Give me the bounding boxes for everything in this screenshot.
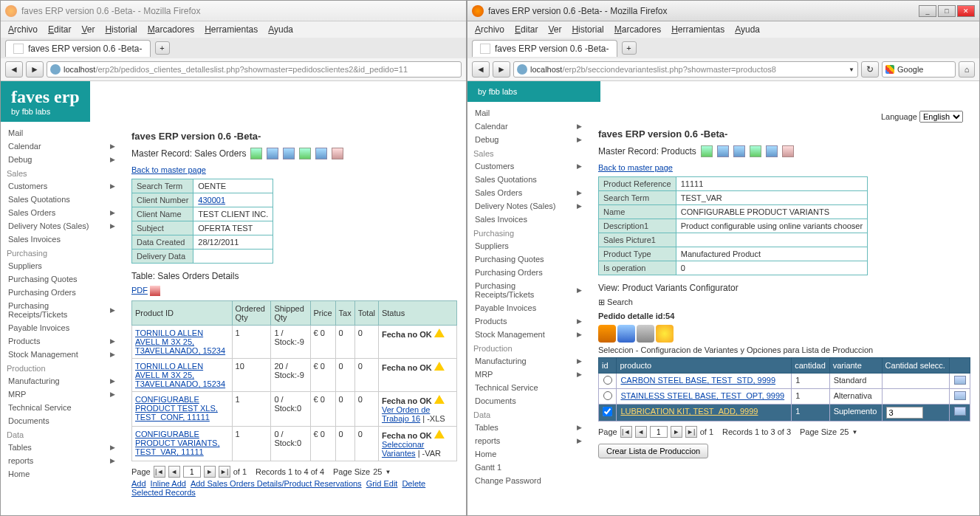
menu-ver[interactable]: Ver	[548, 24, 561, 35]
reload-button[interactable]: ↻	[861, 61, 879, 78]
product-link[interactable]: STAINLESS STEEL BASE, TEST_OPT, 9999	[620, 391, 784, 400]
product-link[interactable]: TORNILLO ALLEN AVELL M 3X 25, T3AVELLANA…	[135, 362, 225, 388]
icon-print[interactable]	[766, 145, 778, 157]
sidebar-item-products[interactable]: Products▶	[4, 334, 120, 348]
pager-page-input[interactable]	[650, 426, 668, 438]
column-header[interactable]: variante	[829, 358, 882, 374]
row-action-icon[interactable]	[954, 391, 966, 400]
sidebar-item-sales-invoices[interactable]: Sales Invoices	[470, 213, 586, 226]
pager-last[interactable]: ►|	[219, 466, 230, 478]
product-link[interactable]: CONFIGURABLE PRODUCT TEST XLS, TEST_CONF…	[135, 395, 218, 422]
browser-tab[interactable]: faves ERP version 0.6 -Beta-	[472, 40, 617, 57]
language-select[interactable]: English	[919, 111, 963, 123]
column-header[interactable]: Ordered Qty	[232, 301, 271, 326]
sidebar-item-sales-quotations[interactable]: Sales Quotations	[4, 193, 120, 206]
sidebar-item-debug[interactable]: Debug▶	[4, 153, 120, 166]
url-bar[interactable]: localhost/erp2b/pedidos_clientes_detalle…	[47, 61, 462, 78]
sidebar-item-manufacturing[interactable]: Manufacturing▶	[470, 354, 586, 368]
sidebar-item-debug[interactable]: Debug▶	[470, 133, 586, 146]
row-action-icon[interactable]	[954, 407, 966, 416]
icon-excel[interactable]	[250, 148, 262, 159]
action-inline-add[interactable]: Inline Add	[151, 479, 186, 488]
expand-icon[interactable]: ⊞	[598, 297, 605, 306]
pager-next[interactable]: ►	[671, 426, 682, 438]
icon-csv[interactable]	[750, 145, 761, 157]
menu-historial[interactable]: Historial	[572, 24, 603, 35]
sidebar-item-reports[interactable]: reports▶	[4, 454, 120, 467]
pager-pagesize-value[interactable]: 25	[840, 427, 849, 436]
column-header[interactable]: producto	[617, 358, 792, 374]
url-bar[interactable]: localhost/erp2b/secciondevarianteslist.p…	[513, 61, 858, 78]
pager-first[interactable]: |◄	[154, 466, 165, 478]
icon-print[interactable]	[315, 148, 327, 159]
back-button[interactable]: ◄	[5, 61, 23, 78]
sidebar-item-mail[interactable]: Mail	[4, 126, 120, 140]
forward-button[interactable]: ►	[493, 61, 510, 78]
sidebar-item-gantt-[interactable]: Gantt 1	[470, 461, 586, 474]
search-section[interactable]: Search	[607, 297, 633, 306]
pager-first[interactable]: |◄	[620, 426, 632, 438]
sidebar-item-sales-quotations[interactable]: Sales Quotations	[470, 173, 586, 186]
sidebar-item-delivery-notes-sales-[interactable]: Delivery Notes (Sales)▶	[4, 219, 120, 233]
sidebar-item-purchasing-orders[interactable]: Purchasing Orders	[4, 286, 120, 299]
icon-mail[interactable]	[782, 145, 794, 157]
icon-csv[interactable]	[299, 148, 311, 159]
search-box[interactable]: Google	[882, 61, 956, 78]
sidebar-item-manufacturing[interactable]: Manufacturing▶	[4, 374, 120, 388]
menu-historial[interactable]: Historial	[105, 24, 137, 35]
icon-word[interactable]	[267, 148, 278, 159]
new-tab-button[interactable]: +	[622, 41, 637, 55]
icon-xml[interactable]	[733, 145, 745, 157]
sidebar-item-payable-invoices[interactable]: Payable Invoices	[470, 301, 586, 314]
sidebar-item-purchasing-quotes[interactable]: Purchasing Quotes	[4, 272, 120, 286]
pager-pagesize-value[interactable]: 25	[373, 467, 382, 476]
sidebar-item-suppliers[interactable]: Suppliers	[470, 239, 586, 252]
wrench-icon[interactable]	[637, 325, 654, 343]
back-button[interactable]: ◄	[472, 61, 490, 78]
sidebar-item-sales-orders[interactable]: Sales Orders▶	[4, 206, 120, 219]
sidebar-item-payable-invoices[interactable]: Payable Invoices	[4, 321, 120, 334]
pager-prev[interactable]: ◄	[635, 426, 647, 438]
sidebar-item-purchasing-quotes[interactable]: Purchasing Quotes	[470, 252, 586, 266]
close-button[interactable]: ✕	[957, 5, 975, 17]
cantidad-input[interactable]	[886, 407, 923, 419]
bulb-icon[interactable]	[656, 325, 674, 343]
column-header[interactable]: Shipped Qty	[271, 301, 310, 326]
menu-marcadores[interactable]: Marcadores	[148, 24, 194, 35]
sidebar-item-products[interactable]: Products▶	[470, 314, 586, 328]
sidebar-item-purchasing-receipts-tickets[interactable]: Purchasing Receipts/Tickets▶	[4, 299, 120, 321]
forward-button[interactable]: ►	[26, 61, 44, 78]
sidebar-item-tables[interactable]: Tables▶	[4, 441, 120, 454]
sidebar-item-calendar[interactable]: Calendar▶	[470, 120, 586, 133]
menu-ver[interactable]: Ver	[81, 24, 95, 35]
menu-editar[interactable]: Editar	[48, 24, 71, 35]
column-header[interactable]: Total	[354, 301, 378, 326]
product-link[interactable]: CONFIGURABLE PRODUCT VARIANTS, TEST_VAR,…	[135, 430, 220, 456]
product-link[interactable]: CARBON STEEL BASE, TEST_STD, 9999	[620, 376, 775, 385]
menu-herramientas[interactable]: Herramientas	[205, 24, 258, 35]
sidebar-item-technical-service[interactable]: Technical Service	[470, 381, 586, 394]
sidebar-item-calendar[interactable]: Calendar▶	[4, 140, 120, 153]
minimize-button[interactable]: _	[919, 5, 936, 17]
chevron-down-icon[interactable]: ▼	[851, 429, 857, 436]
config-icon-2[interactable]	[617, 325, 635, 343]
new-tab-button[interactable]: +	[155, 41, 170, 55]
icon-word[interactable]	[717, 145, 729, 157]
product-link[interactable]: LUBRICATION KIT, TEST_ADD, 9999	[620, 407, 758, 416]
sidebar-item-stock-management[interactable]: Stock Management▶	[470, 328, 586, 341]
row-radio[interactable]	[603, 391, 612, 400]
sidebar-item-suppliers[interactable]: Suppliers	[4, 259, 120, 272]
action-add-sales-orders-details-product-reservations[interactable]: Add Sales Orders Details/Product Reserva…	[191, 479, 362, 488]
maximize-button[interactable]: □	[938, 5, 956, 17]
product-link[interactable]: TORNILLO ALLEN AVELL M 3X 25, T3AVELLANA…	[135, 328, 225, 355]
sidebar-item-technical-service[interactable]: Technical Service	[4, 401, 120, 414]
sidebar-item-home[interactable]: Home	[470, 447, 586, 461]
action-add[interactable]: Add	[131, 479, 146, 488]
menu-marcadores[interactable]: Marcadores	[614, 24, 661, 35]
row-radio[interactable]	[603, 376, 612, 385]
icon-mail[interactable]	[332, 148, 343, 159]
config-icon-1[interactable]	[598, 325, 616, 343]
back-to-master-link[interactable]: Back to master page	[131, 165, 206, 174]
sidebar-item-mrp[interactable]: MRP▶	[470, 368, 586, 381]
pager-next[interactable]: ►	[204, 466, 216, 478]
